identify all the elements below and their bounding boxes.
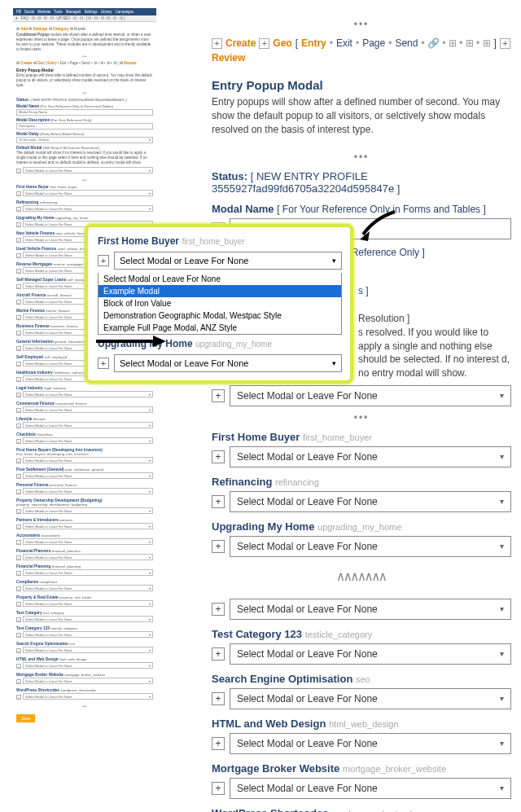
thumb-cat-select[interactable]: Select Modal or Leave For None [23,205,153,212]
thumb-plus-icon[interactable]: + [16,253,21,258]
thumb-cat-select[interactable]: Select Modal or Leave For None [23,631,153,638]
popup-select-1[interactable]: Select Modal or Leave For None [114,252,342,270]
plus-icon[interactable]: + [212,692,225,705]
thumb-plus-icon[interactable]: + [16,648,21,653]
crumb-entry[interactable]: Entry [301,37,326,49]
popup-option-selected[interactable]: Example Modal [99,285,341,297]
main-cat-select[interactable]: Select Modal or Leave For None [230,446,511,467]
main-cat-select[interactable]: Select Modal or Leave For None [230,536,511,557]
plus-icon[interactable]: + [212,495,225,508]
thumb-plus-icon[interactable]: + [16,509,21,514]
thumb-entry-text: Entry popups will show after a defined n… [16,73,153,88]
thumb-cat-select[interactable]: Select Modal or Leave For None [23,507,153,514]
main-cat-select[interactable]: Select Modal or Leave For None [230,599,511,620]
thumb-cat-select[interactable]: Select Modal or Leave For None [23,554,153,560]
main-cat-select[interactable]: Select Modal or Leave For None [230,778,511,799]
plus-icon[interactable]: + [212,38,222,49]
thumb-plus-icon[interactable]: + [16,664,21,669]
thumb-cat-select[interactable]: Select Modal or Leave For None [23,585,153,591]
thumb-plus-icon[interactable]: + [16,331,21,336]
thumb-cat-select[interactable]: Select Modal or Leave For None [23,538,153,545]
crumb-exit[interactable]: Exit [336,37,352,49]
thumb-cat-select[interactable]: Select Modal or Leave For None [23,693,153,700]
popup-dropdown[interactable]: Select Modal or Leave For None Example M… [98,273,342,335]
thumb-cat-select[interactable]: Select Modal or Leave For None [23,422,153,428]
thumb-cat-select[interactable]: Select Modal or Leave For None [23,406,153,413]
thumb-plus-icon[interactable]: + [16,393,21,397]
default-modal-select[interactable]: Select Modal or Leave For None [230,385,511,406]
plus-icon[interactable]: + [212,782,225,795]
thumb-cat-select[interactable]: Select Modal or Leave For None [23,457,153,463]
thumb-plus-icon[interactable]: + [16,586,21,591]
plus-icon[interactable]: + [259,38,269,49]
thumb-plus-icon[interactable]: + [16,602,21,607]
thumb-plus-icon[interactable]: + [16,269,21,274]
plus-icon[interactable]: + [500,38,510,49]
main-cat-select[interactable]: Select Modal or Leave For None [230,688,511,709]
thumb-cat-select[interactable]: Select Modal or Leave For None [23,678,153,684]
crumb-page[interactable]: Page [362,37,385,49]
thumb-plus-icon[interactable]: + [16,540,21,545]
thumb-cat-select[interactable]: Select Modal or Leave For None [23,391,153,397]
crumb-send[interactable]: Send [395,37,418,49]
thumb-modal-delay-select[interactable]: 10 Seconds - Default [16,137,153,143]
plus-icon[interactable]: + [212,540,225,553]
thumb-cat-select[interactable]: Select Modal or Leave For None [23,472,153,479]
thumb-cat-select[interactable]: Select Modal or Leave For None [23,523,153,529]
thumb-cat-select[interactable]: Select Modal or Leave For None [23,488,153,494]
crumb-geo[interactable]: Geo [273,37,291,49]
plus-icon[interactable]: + [98,255,109,266]
thumb-plus-icon[interactable]: + [16,489,21,494]
popup-select-2[interactable]: Select Modal or Leave For None [114,354,342,372]
thumb-plus-icon[interactable]: + [16,222,21,227]
plus-icon[interactable]: + [212,737,225,750]
plus-icon[interactable]: + [212,647,225,661]
thumb-plus-icon[interactable]: + [16,315,21,320]
thumb-plus-icon[interactable]: + [16,555,21,560]
thumb-plus-icon[interactable]: + [16,459,21,463]
thumb-save-button[interactable]: Save [16,714,35,722]
thumb-plus-icon[interactable]: + [16,525,21,529]
thumb-plus-icon[interactable]: + [16,617,21,622]
thumb-modal-name-input[interactable]: Modal Group Name [16,109,153,116]
crumb-create[interactable]: Create [225,37,256,49]
thumb-plus-icon[interactable]: + [16,679,21,684]
popup-option[interactable]: Select Modal or Leave For None [99,273,341,285]
thumb-cat-select[interactable]: Select Modal or Leave For None [23,600,153,607]
thumb-plus-icon[interactable]: + [16,169,21,173]
popup-option[interactable]: Demonstration Geographic Modal, Westpac … [99,309,341,322]
plus-icon[interactable]: + [212,603,225,616]
thumb-plus-icon[interactable]: + [16,238,21,243]
thumb-cat-select[interactable]: Select Modal or Leave For None [23,569,153,576]
thumb-plus-icon[interactable]: + [16,284,21,289]
thumb-plus-icon[interactable]: + [16,408,21,413]
thumb-plus-icon[interactable]: + [16,377,21,382]
thumb-plus-icon[interactable]: + [16,633,21,638]
thumb-cat-select[interactable]: Select Modal or Leave For None [23,662,153,669]
thumb-modal-desc-input[interactable]: Description [16,123,153,129]
main-cat-select[interactable]: Select Modal or Leave For None [230,643,511,665]
main-cat-select[interactable]: Select Modal or Leave For None [230,491,511,512]
popup-option[interactable]: Block of Iron Value [99,297,341,309]
thumb-plus-icon[interactable]: + [16,191,21,196]
crumb-review[interactable]: Review [212,52,245,64]
thumb-plus-icon[interactable]: + [16,424,21,428]
thumb-plus-icon[interactable]: + [16,474,21,479]
thumb-cat-select[interactable]: Select Modal or Leave For None [23,190,153,196]
thumb-default-modal-select[interactable]: Select Modal or Leave For None [23,167,153,173]
thumb-plus-icon[interactable]: + [16,300,21,305]
thumb-plus-icon[interactable]: + [16,207,21,212]
thumb-cat-select[interactable]: Select Modal or Leave For None [23,647,153,653]
plus-icon[interactable]: + [212,389,225,402]
main-intro-para: Entry popups will show after a defined n… [212,95,511,136]
thumb-cat-select[interactable]: Select Modal or Leave For None [23,616,153,622]
thumb-plus-icon[interactable]: + [16,362,21,366]
plus-icon[interactable]: + [98,358,109,369]
thumb-plus-icon[interactable]: + [16,346,21,351]
main-cat-select[interactable]: Select Modal or Leave For None [230,733,511,754]
plus-icon[interactable]: + [212,450,225,463]
thumb-plus-icon[interactable]: + [16,695,21,700]
thumb-plus-icon[interactable]: + [16,439,21,444]
thumb-cat-select[interactable]: Select Modal or Leave For None [23,437,153,444]
thumb-plus-icon[interactable]: + [16,571,21,576]
